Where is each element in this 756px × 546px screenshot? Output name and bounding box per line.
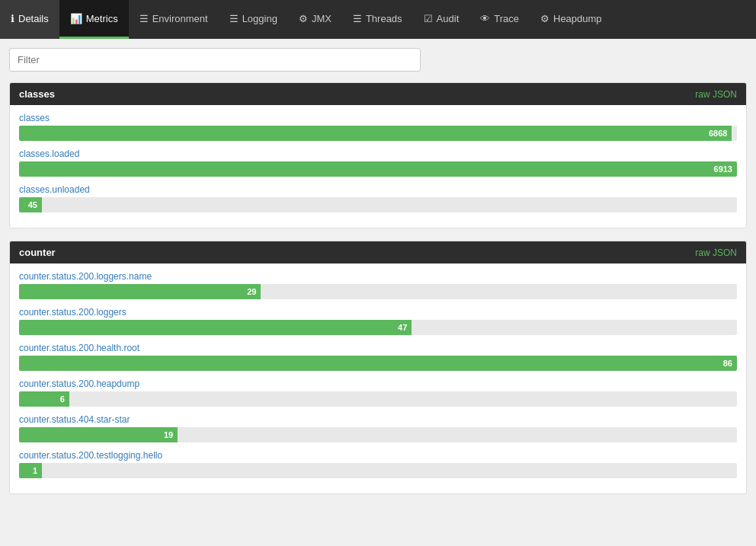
tab-heapdump[interactable]: ⚙Heapdump <box>530 0 613 39</box>
tab-label-environment: Environment <box>152 13 208 24</box>
tab-logging[interactable]: ☰Logging <box>219 0 288 39</box>
tab-label-threads: Threads <box>366 13 402 24</box>
metric-label[interactable]: classes.loaded <box>19 148 737 159</box>
tab-audit[interactable]: ☑Audit <box>413 0 470 39</box>
section-header-counter: counterraw JSON <box>10 241 746 263</box>
metric-label[interactable]: counter.status.200.loggers <box>19 307 737 318</box>
progress-bar-fill: 47 <box>19 320 412 335</box>
metrics-icon: 📊 <box>70 13 82 24</box>
metric-label[interactable]: classes.unloaded <box>19 184 737 195</box>
progress-bar-container: 86 <box>19 356 737 371</box>
tab-label-audit: Audit <box>437 13 460 24</box>
tab-jmx[interactable]: ⚙JMX <box>288 0 342 39</box>
sections-container: classesraw JSONclasses6868classes.loaded… <box>9 82 747 494</box>
metric-row: classes6868 <box>19 113 737 141</box>
progress-bar-container: 29 <box>19 284 737 299</box>
tab-label-jmx: JMX <box>312 13 332 24</box>
tab-threads[interactable]: ☰Threads <box>342 0 413 39</box>
progress-bar-container: 6868 <box>19 126 737 141</box>
progress-bar-fill: 6868 <box>19 126 732 141</box>
jmx-icon: ⚙ <box>299 13 308 24</box>
metric-row: counter.status.200.loggers.name29 <box>19 271 737 299</box>
progress-bar-container: 19 <box>19 427 737 442</box>
metric-label[interactable]: counter.status.200.testlogging.hello <box>19 450 737 461</box>
section-header-classes: classesraw JSON <box>10 83 746 105</box>
raw-json-link-classes[interactable]: raw JSON <box>695 89 737 100</box>
metric-row: counter.status.200.health.root86 <box>19 343 737 371</box>
progress-bar-container: 45 <box>19 197 737 212</box>
trace-icon: 👁 <box>480 13 490 24</box>
progress-bar-fill: 86 <box>19 356 737 371</box>
heapdump-icon: ⚙ <box>540 13 549 24</box>
section-title-classes: classes <box>19 88 55 100</box>
details-icon: ℹ <box>11 13 14 24</box>
metric-row: classes.loaded6913 <box>19 148 737 177</box>
progress-bar-container: 1 <box>19 463 737 478</box>
tab-environment[interactable]: ☰Environment <box>129 0 219 39</box>
section-body-classes: classes6868classes.loaded6913classes.unl… <box>10 105 746 228</box>
section-classes: classesraw JSONclasses6868classes.loaded… <box>9 82 747 228</box>
tab-trace[interactable]: 👁Trace <box>469 0 530 39</box>
tab-label-logging: Logging <box>242 13 277 24</box>
progress-bar-fill: 1 <box>19 463 42 478</box>
tab-label-heapdump: Heapdump <box>553 13 602 24</box>
tab-label-trace: Trace <box>494 13 519 24</box>
metric-label[interactable]: counter.status.200.health.root <box>19 343 737 353</box>
nav-tabs: ℹDetails📊Metrics☰Environment☰Logging⚙JMX… <box>0 0 756 39</box>
metric-label[interactable]: counter.status.200.loggers.name <box>19 271 737 282</box>
audit-icon: ☑ <box>424 13 433 24</box>
progress-bar-container: 47 <box>19 320 737 335</box>
progress-bar-container: 6913 <box>19 161 737 177</box>
tab-label-details: Details <box>18 13 49 24</box>
progress-bar-fill: 29 <box>19 284 261 299</box>
metric-row: counter.status.200.loggers47 <box>19 307 737 335</box>
raw-json-link-counter[interactable]: raw JSON <box>695 247 737 258</box>
filter-input[interactable] <box>9 48 421 72</box>
tab-label-metrics: Metrics <box>86 13 118 24</box>
metric-row: counter.status.200.heapdump6 <box>19 378 737 407</box>
tab-metrics[interactable]: 📊Metrics <box>59 0 129 39</box>
section-counter: counterraw JSONcounter.status.200.logger… <box>9 241 747 494</box>
progress-bar-fill: 6913 <box>19 161 737 177</box>
metric-row: counter.status.404.star-star19 <box>19 414 737 442</box>
metric-row: classes.unloaded45 <box>19 184 737 212</box>
progress-bar-fill: 6 <box>19 391 69 407</box>
section-body-counter: counter.status.200.loggers.name29counter… <box>10 263 746 493</box>
metric-label[interactable]: counter.status.200.heapdump <box>19 378 737 389</box>
metric-row: counter.status.200.testlogging.hello1 <box>19 450 737 478</box>
threads-icon: ☰ <box>353 13 362 24</box>
main-content: classesraw JSONclasses6868classes.loaded… <box>0 39 756 546</box>
section-title-counter: counter <box>19 247 56 258</box>
logging-icon: ☰ <box>229 13 239 24</box>
metric-label[interactable]: counter.status.404.star-star <box>19 414 737 425</box>
metric-label[interactable]: classes <box>19 113 737 123</box>
progress-bar-container: 6 <box>19 391 737 407</box>
progress-bar-fill: 45 <box>19 197 42 212</box>
tab-details[interactable]: ℹDetails <box>0 0 59 39</box>
environment-icon: ☰ <box>139 13 149 24</box>
progress-bar-fill: 19 <box>19 427 178 442</box>
